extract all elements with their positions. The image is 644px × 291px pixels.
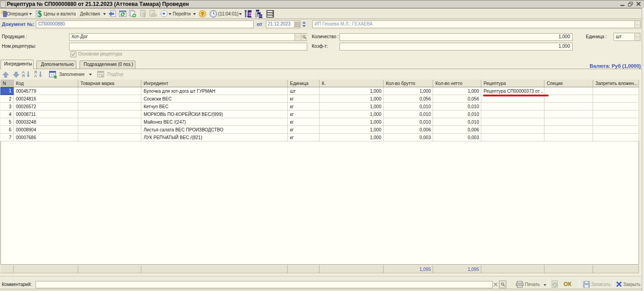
svg-text:?: ?: [201, 11, 204, 17]
svg-text:$: $: [38, 10, 42, 18]
